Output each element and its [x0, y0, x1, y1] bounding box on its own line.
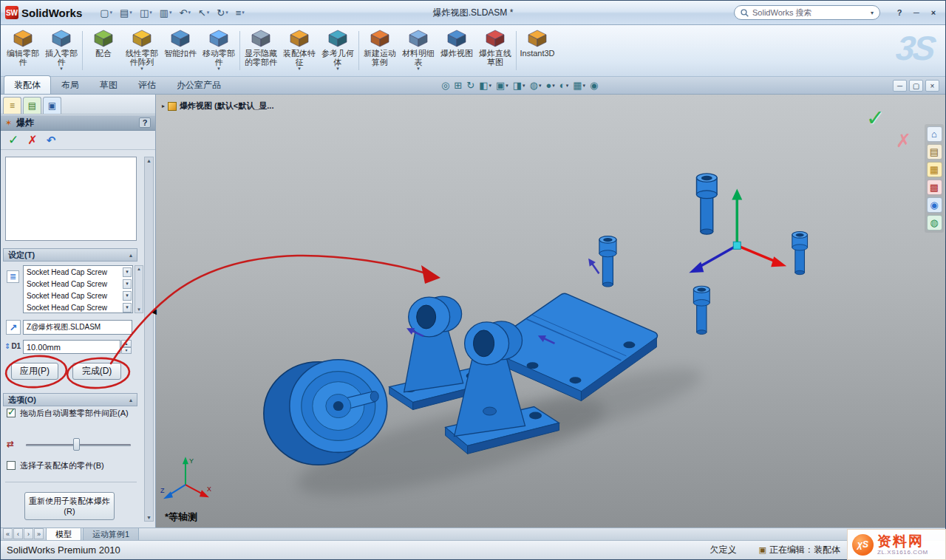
- screw-part[interactable]: [792, 232, 808, 275]
- search-input[interactable]: SolidWorks 搜索 ▾: [734, 5, 880, 20]
- collapse-icon[interactable]: ▴: [129, 252, 132, 259]
- open-file-button[interactable]: ▤▾: [117, 4, 135, 21]
- select-subassembly-checkbox[interactable]: [7, 461, 16, 470]
- chevron-down-icon[interactable]: ▼: [416, 66, 421, 71]
- ok-button[interactable]: ✓: [8, 132, 18, 148]
- configuration-manager-tab[interactable]: ▣: [43, 97, 61, 114]
- tool-mate[interactable]: 配合: [84, 27, 123, 75]
- section-view-button[interactable]: ◧▾: [477, 78, 493, 92]
- auto-space-checkbox-row[interactable]: 拖动后自动调整零部件间距(A): [7, 408, 138, 419]
- cancel-button[interactable]: ✗: [27, 133, 37, 147]
- apply-scene-button[interactable]: ◐▾: [558, 78, 570, 92]
- appearances-button[interactable]: ◉: [927, 197, 942, 213]
- first-tab-button[interactable]: «: [3, 528, 13, 539]
- tool-linear-component-pattern[interactable]: 线性零部件阵列▼: [123, 27, 161, 75]
- settings-section-header[interactable]: 设定(T) ▴: [3, 248, 137, 262]
- collapse-icon[interactable]: ▴: [129, 397, 132, 403]
- confirmation-ok-button[interactable]: ✓: [866, 105, 885, 131]
- spin-down-icon[interactable]: ▼: [121, 347, 132, 355]
- undo-button[interactable]: ↶: [47, 134, 56, 147]
- screw-part[interactable]: [697, 174, 718, 234]
- explode-direction-field[interactable]: Z@爆炸视图.SLDASM: [23, 320, 132, 335]
- tool-exploded-view[interactable]: 爆炸视图: [438, 27, 476, 75]
- rebuild-button[interactable]: ↻▾: [214, 4, 231, 21]
- scroll-up-icon[interactable]: ▲: [137, 267, 141, 271]
- scroll-up-icon[interactable]: ▲: [146, 158, 152, 163]
- tab-装配体[interactable]: 装配体: [4, 75, 51, 94]
- camera-button[interactable]: ◉: [588, 78, 599, 92]
- tool-assembly-features[interactable]: 装配体特征▼: [280, 27, 319, 75]
- previous-view-button[interactable]: ↻: [465, 78, 476, 92]
- feature-manager-tab[interactable]: ≡: [3, 97, 21, 114]
- undo-button[interactable]: ↶▾: [177, 4, 194, 21]
- chevron-down-icon[interactable]: ▼: [297, 66, 302, 71]
- hide-show-items-button[interactable]: ◍▾: [528, 78, 543, 92]
- screw-part[interactable]: [599, 236, 616, 287]
- spin-up-icon[interactable]: ▲: [121, 340, 132, 347]
- tool-edit-component[interactable]: 编辑零部件: [4, 27, 42, 75]
- feature-tree-root[interactable]: ▸ 爆炸视图 (默认<默认_显...: [162, 100, 273, 112]
- file-explorer-button[interactable]: ▦: [927, 162, 942, 177]
- graphics-viewport[interactable]: ▸ 爆炸视图 (默认<默认_显... ✓ ✗ ⌂▤▦▩◉◍: [156, 95, 945, 527]
- chevron-down-icon[interactable]: ▾: [871, 10, 874, 16]
- palette-button[interactable]: ▩: [927, 180, 942, 195]
- tool-explode-line-sketch[interactable]: 爆炸直线草图: [476, 27, 514, 75]
- tool-bill-of-materials[interactable]: 材料明细表▼: [399, 27, 438, 75]
- tool-new-motion-study[interactable]: 新建运动算例: [361, 27, 399, 75]
- panel-collapse-icon[interactable]: ◀: [151, 307, 157, 315]
- panel-help-button[interactable]: ?: [139, 117, 151, 128]
- minimize-button[interactable]: ─: [909, 6, 924, 19]
- explode-step-1[interactable]: Socket Head Cap Screw▾: [24, 266, 132, 278]
- expand-icon[interactable]: ▸: [162, 103, 165, 109]
- chevron-down-icon[interactable]: ▼: [217, 66, 221, 71]
- panel-scrollbar[interactable]: ▲ ▼: [144, 157, 154, 522]
- select-arrow-button[interactable]: ↖▾: [195, 4, 212, 21]
- scroll-down-icon[interactable]: ▼: [146, 515, 152, 520]
- chevron-down-icon[interactable]: ▼: [336, 66, 340, 71]
- auto-space-checkbox[interactable]: [7, 409, 16, 417]
- help-button[interactable]: ?: [892, 6, 907, 19]
- confirmation-cancel-button[interactable]: ✗: [896, 130, 911, 151]
- explode-step-4[interactable]: Socket Head Cap Screw▾: [24, 301, 132, 313]
- prev-tab-button[interactable]: ‹: [13, 528, 23, 539]
- tab-布局[interactable]: 布局: [51, 75, 89, 94]
- doc-close-button[interactable]: ×: [925, 80, 939, 92]
- design-library-button[interactable]: ▤: [927, 144, 942, 160]
- chevron-down-icon[interactable]: ▾: [123, 291, 132, 301]
- view-settings-button[interactable]: ▦▾: [571, 78, 587, 92]
- tab-草图[interactable]: 草图: [89, 75, 128, 94]
- tab-办公室产品[interactable]: 办公室产品: [166, 75, 231, 94]
- tool-move-component[interactable]: 移动零部件▼: [200, 27, 238, 75]
- view-orientation-button[interactable]: ▣▾: [494, 78, 510, 92]
- tool-insert-component[interactable]: 插入零部件▼: [42, 27, 81, 75]
- doc-minimize-button[interactable]: ─: [893, 80, 907, 92]
- doc-restore-button[interactable]: ▢: [909, 80, 923, 92]
- zoom-to-area-button[interactable]: ⊞: [452, 78, 463, 92]
- spacing-slider-thumb[interactable]: [73, 438, 80, 451]
- print-button[interactable]: ▥▾: [157, 4, 175, 21]
- options-section-header[interactable]: 选项(O) ▴: [3, 393, 137, 406]
- apply-button[interactable]: 应用(P): [11, 363, 58, 380]
- edit-appearance-button[interactable]: ●▾: [544, 78, 556, 92]
- select-subassembly-checkbox-row[interactable]: 选择子装配体的零件(B): [7, 460, 138, 471]
- chevron-down-icon[interactable]: ▾: [123, 279, 132, 289]
- tool-instant3d[interactable]: Instant3D: [518, 27, 557, 75]
- display-style-button[interactable]: ◨▾: [511, 78, 527, 92]
- tab-评估[interactable]: 评估: [128, 75, 166, 94]
- next-tab-button[interactable]: ›: [24, 528, 33, 539]
- explode-step-2[interactable]: Socket Head Cap Screw▾: [24, 278, 132, 290]
- explode-distance-field[interactable]: 10.00mm: [23, 340, 120, 354]
- explode-preview-box[interactable]: [5, 157, 137, 241]
- chevron-down-icon[interactable]: ▼: [59, 66, 64, 71]
- zoom-to-fit-button[interactable]: ◎: [440, 78, 451, 92]
- screw-part[interactable]: [693, 286, 710, 334]
- new-file-button[interactable]: ▢▾: [97, 4, 115, 21]
- home-button[interactable]: ⌂: [927, 126, 942, 142]
- last-tab-button[interactable]: »: [34, 528, 44, 539]
- steps-list-scrollbar[interactable]: ▲ ▼: [135, 265, 143, 313]
- chevron-down-icon[interactable]: ▾: [123, 303, 132, 313]
- tool-smart-fasteners[interactable]: 智能扣件: [161, 27, 200, 75]
- assembly-3d-view[interactable]: Y X Z: [156, 95, 945, 527]
- tool-reference-geometry[interactable]: 参考几何体▼: [319, 27, 357, 75]
- chevron-down-icon[interactable]: ▾: [123, 267, 132, 277]
